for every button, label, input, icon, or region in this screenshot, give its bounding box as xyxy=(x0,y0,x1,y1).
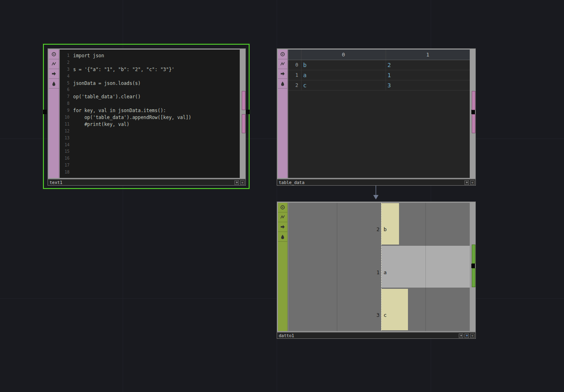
node-table_data[interactable]: 01 0b21a12c3 table_data + xyxy=(277,48,476,186)
table_data-dat-connector-top[interactable] xyxy=(472,91,475,110)
node-table_data-body: 01 0b21a12c3 xyxy=(277,48,476,179)
export-flag[interactable] xyxy=(49,69,59,79)
chop-channel-row: 3c xyxy=(288,288,470,331)
table-corner-cell xyxy=(288,50,301,60)
line-number: 8 xyxy=(60,100,69,107)
text1-dat-connector-bottom[interactable] xyxy=(242,114,245,133)
chop-channel-bar xyxy=(381,203,399,245)
bypass-flag[interactable] xyxy=(278,59,287,69)
table-column-header[interactable]: 0 xyxy=(301,50,386,60)
code-text: import json xyxy=(73,52,104,59)
table-cell[interactable]: a xyxy=(301,70,386,80)
indicator-dot xyxy=(460,335,462,336)
node-flag-button[interactable] xyxy=(234,180,239,185)
table_data-name-bar[interactable]: table_data + xyxy=(277,179,476,186)
table_data-output-connector[interactable] xyxy=(471,110,475,114)
text1-name-bar[interactable]: text1 + xyxy=(48,179,246,186)
lock-flag[interactable] xyxy=(278,79,287,89)
viewer-flag-icon xyxy=(51,52,56,57)
table-row-index: 0 xyxy=(288,60,301,70)
channel-value-label: 1 xyxy=(288,269,380,275)
table-row-index: 1 xyxy=(288,70,301,80)
bypass-flag[interactable] xyxy=(278,212,287,222)
node-frame-strip xyxy=(240,50,245,178)
chop-channel-row: 1a xyxy=(288,245,470,288)
chop-channel-bar xyxy=(381,289,408,330)
namebar-buttons: + xyxy=(458,334,475,338)
text1-dat-connector-top[interactable] xyxy=(242,91,245,110)
code-text: jsonData = json.loads(s) xyxy=(73,80,141,87)
bypass-flag-icon xyxy=(280,214,285,220)
export-flag[interactable] xyxy=(278,69,287,79)
viewer-flag[interactable] xyxy=(278,203,287,212)
viewer-active-button[interactable] xyxy=(464,334,469,338)
lock-flag-icon xyxy=(280,234,285,239)
lock-flag-icon xyxy=(51,81,56,86)
text1-input-connector[interactable] xyxy=(43,110,47,114)
code-line: 1import json xyxy=(60,52,240,59)
add-operator-button[interactable]: + xyxy=(240,180,245,185)
line-number: 2 xyxy=(60,59,69,66)
code-text: #print(key, val) xyxy=(73,121,129,128)
code-line: 11 #print(key, val) xyxy=(60,121,240,128)
table_data-dat-connector-bottom[interactable] xyxy=(472,114,475,133)
text1-code-viewer[interactable]: 1import json23s = '{"a": "1", "b": "2", … xyxy=(60,50,240,178)
viewer-flag[interactable] xyxy=(49,50,59,59)
line-number: 9 xyxy=(60,107,69,114)
table-cell[interactable]: 1 xyxy=(386,70,470,80)
code-line: 13 xyxy=(60,135,240,142)
node-flag-button[interactable] xyxy=(459,334,463,338)
line-number: 15 xyxy=(60,148,69,155)
bypass-flag-icon xyxy=(51,61,56,67)
node-text1[interactable]: 1import json23s = '{"a": "1", "b": "2", … xyxy=(48,48,246,186)
line-number: 5 xyxy=(60,80,69,87)
line-number: 1 xyxy=(60,52,69,59)
datto1-chop-connector-bottom[interactable] xyxy=(472,268,475,287)
viewer-flag[interactable] xyxy=(278,50,287,59)
add-operator-button[interactable]: + xyxy=(470,180,475,185)
node-text1-flag-column xyxy=(49,50,59,178)
export-flag[interactable] xyxy=(278,222,287,232)
node-table_data-flag-column xyxy=(278,50,288,178)
node-datto1-body: 2b1a3c xyxy=(277,201,476,332)
datto1-chop-viewer[interactable]: 2b1a3c xyxy=(288,203,470,331)
lock-flag[interactable] xyxy=(278,232,287,242)
code-line: 12 xyxy=(60,128,240,135)
datto1-output-connector[interactable] xyxy=(471,264,475,268)
datto1-name-bar[interactable]: datto1 + xyxy=(277,332,476,339)
table_data-viewer[interactable]: 01 0b21a12c3 xyxy=(288,50,470,178)
node-title: text1 xyxy=(50,180,63,185)
node-datto1[interactable]: 2b1a3c datto1 + xyxy=(277,201,476,339)
code-line: 10 op('table_data').appendRow([key, val]… xyxy=(60,114,240,121)
table-row: 0b2 xyxy=(288,60,470,70)
code-line: 16 xyxy=(60,155,240,162)
line-number: 4 xyxy=(60,73,69,80)
table-cell[interactable]: 2 xyxy=(386,60,470,70)
chop-zero-line xyxy=(381,203,382,331)
table-cell[interactable]: b xyxy=(301,60,386,70)
code-text: op('table_data').appendRow([key, val]) xyxy=(73,114,191,121)
table-cell[interactable]: c xyxy=(301,80,386,90)
code-line: 3s = '{"a": "1", "b": "2", "c": "3"}' xyxy=(60,66,240,73)
datto1-channels: 2b1a3c xyxy=(288,203,470,331)
text1-output-connector[interactable] xyxy=(246,110,249,114)
line-number: 11 xyxy=(60,121,69,128)
bypass-flag[interactable] xyxy=(49,59,59,69)
table-cell[interactable]: 3 xyxy=(386,80,470,90)
code-line: 9for key, val in jsonData.items(): xyxy=(60,107,240,114)
lock-flag[interactable] xyxy=(49,79,59,89)
line-number: 10 xyxy=(60,114,69,121)
code-text: s = '{"a": "1", "b": "2", "c": "3"}' xyxy=(73,66,174,73)
channel-name-label: a xyxy=(384,269,387,275)
table-header-row: 01 xyxy=(288,50,470,60)
line-number: 12 xyxy=(60,128,69,135)
table-column-header[interactable]: 1 xyxy=(386,50,470,60)
node-title: datto1 xyxy=(279,333,294,338)
channel-name-label: b xyxy=(384,226,387,232)
node-flag-button[interactable] xyxy=(464,180,469,185)
datto1-chop-connector-top[interactable] xyxy=(472,245,475,264)
add-operator-button[interactable]: + xyxy=(470,334,475,338)
chop-channel-row: 2b xyxy=(288,203,470,245)
code-line: 4 xyxy=(60,73,240,80)
network-editor-canvas[interactable]: 1import json23s = '{"a": "1", "b": "2", … xyxy=(0,0,564,392)
